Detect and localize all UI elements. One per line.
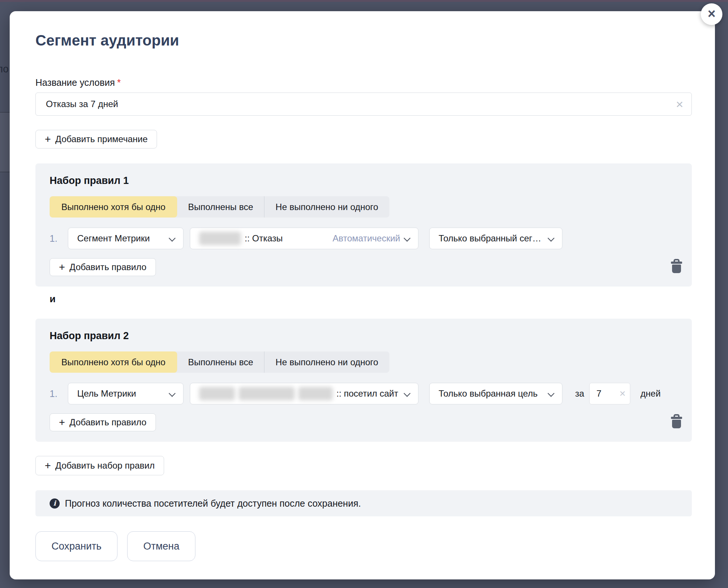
rule-set-1-title: Набор правил 1 [50,175,678,187]
and-connector: и [50,294,692,304]
background-divider [0,172,10,172]
condition-name-field[interactable]: × [35,93,692,116]
match-option-any[interactable]: Выполнено хотя бы одно [50,351,177,373]
redacted-segment-name [199,232,241,245]
redacted-goal-name [239,387,295,400]
background-clipped-text: ло [0,63,10,75]
condition-name-input[interactable] [46,99,676,109]
clear-input-icon[interactable]: × [619,388,625,399]
rule-set-1-match-toggle: Выполнено хотя бы одно Выполнены все Не … [50,196,389,218]
rule-set-1: Набор правил 1 Выполнено хотя бы одно Вы… [35,163,692,287]
match-option-none[interactable]: Не выполнено ни одного [264,196,389,218]
forecast-info-text: Прогноз количества посетителей будет дос… [65,498,361,509]
rule-row: 1. Сегмент Метрики :: Отказы Автоматичес… [50,228,678,249]
chevron-down-icon [548,235,555,241]
delete-rule-set-button[interactable] [671,259,682,273]
period-unit-label: дней [640,388,660,399]
match-option-none[interactable]: Не выполнено ни одного [264,351,389,373]
required-asterisk: * [117,77,121,88]
rule-scope-select[interactable]: Только выбранный сег… [429,228,562,249]
cancel-button[interactable]: Отмена [127,531,195,561]
rule-number: 1. [50,388,63,399]
clear-input-icon[interactable]: × [676,98,683,110]
match-option-all[interactable]: Выполнены все [177,196,264,218]
rule-type-select[interactable]: Цель Метрики [68,383,183,404]
rule-number: 1. [50,233,63,244]
chevron-down-icon [404,235,411,241]
plus-icon: + [59,417,65,428]
add-rule-button[interactable]: + Добавить правило [50,258,156,276]
segment-mode-label: Автоматический [333,233,400,244]
plus-icon: + [59,262,65,272]
condition-name-label: Название условия* [35,77,692,88]
chevron-down-icon [548,391,555,397]
rule-type-select[interactable]: Сегмент Метрики [68,228,183,249]
rule-set-2: Набор правил 2 Выполнено хотя бы одно Вы… [35,319,692,442]
info-icon: i [50,498,60,509]
match-option-any[interactable]: Выполнено хотя бы одно [50,196,177,218]
plus-icon: + [45,134,51,144]
chevron-down-icon [169,391,176,397]
delete-rule-set-button[interactable] [671,414,682,428]
rule-set-2-title: Набор правил 2 [50,330,678,342]
rule-row: 1. Цель Метрики :: посетил сайт Только в… [50,383,678,404]
chevron-down-icon [169,235,176,241]
background-divider [0,112,10,113]
close-button[interactable]: × [701,3,722,25]
rule-set-2-match-toggle: Выполнено хотя бы одно Выполнены все Не … [50,351,389,373]
plus-icon: + [45,460,51,471]
close-icon: × [707,7,715,21]
audience-segment-dialog: × Сегмент аудитории Название условия* × … [10,11,715,579]
rule-value-select[interactable]: :: посетил сайт [190,383,418,404]
save-button[interactable]: Сохранить [35,531,117,561]
chevron-down-icon [404,391,411,397]
redacted-goal-name [298,387,333,400]
period-days-input[interactable] [596,388,611,399]
rule-value-select[interactable]: :: Отказы Автоматический [190,228,418,249]
match-option-all[interactable]: Выполнены все [177,351,264,373]
period-prefix-label: за [575,388,584,399]
forecast-info-bar: i Прогноз количества посетителей будет д… [35,490,692,516]
redacted-goal-name [199,387,235,400]
background-header-strip [0,0,728,2]
background-highlight [0,113,10,172]
dialog-title: Сегмент аудитории [35,31,692,49]
add-rule-set-button[interactable]: + Добавить набор правил [35,456,164,475]
rule-scope-select[interactable]: Только выбранная цель [429,383,562,404]
period-days-field[interactable]: × [589,383,630,404]
add-note-button[interactable]: + Добавить примечание [35,130,157,148]
add-rule-button[interactable]: + Добавить правило [50,413,156,431]
dialog-actions: Сохранить Отмена [35,531,692,561]
